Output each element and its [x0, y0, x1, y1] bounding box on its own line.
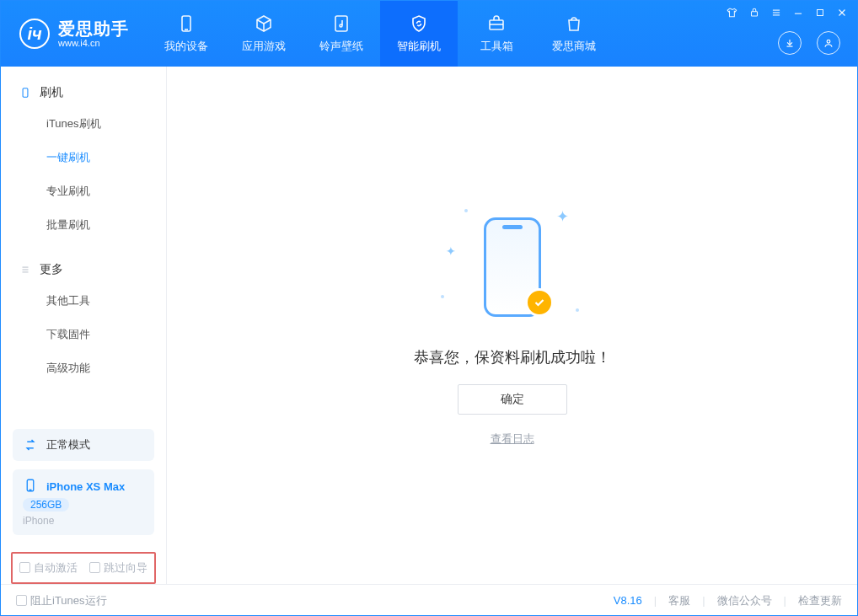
- skip-guide-label: 跳过向导: [104, 561, 147, 574]
- list-icon: [19, 264, 31, 276]
- check-update-link[interactable]: 检查更新: [798, 593, 842, 608]
- svg-rect-7: [752, 12, 758, 16]
- close-icon[interactable]: [835, 6, 849, 19]
- tab-label: 铃声壁纸: [319, 39, 363, 54]
- lock-icon[interactable]: [748, 6, 761, 19]
- version-label: V8.16: [614, 594, 642, 607]
- shield-refresh-icon: [409, 13, 429, 34]
- header: iч 爱思助手 www.i4.cn 我的设备 应用游戏 铃声壁纸 智能刷机 工具…: [1, 1, 857, 67]
- app-title: 爱思助手: [58, 19, 129, 38]
- sidebar: 刷机 iTunes刷机 一键刷机 专业刷机 批量刷机 更多 其他工具 下载固件 …: [1, 67, 167, 584]
- sidebar-item-other-tools[interactable]: 其他工具: [1, 284, 166, 318]
- logo-area: iч 爱思助手 www.i4.cn: [1, 19, 147, 49]
- svg-rect-18: [23, 88, 28, 98]
- section-title: 刷机: [40, 85, 63, 100]
- device-name: iPhone XS Max: [46, 480, 125, 493]
- tab-smart-flash[interactable]: 智能刷机: [380, 1, 458, 67]
- svg-rect-3: [335, 16, 347, 31]
- shirt-icon[interactable]: [726, 6, 739, 19]
- download-button[interactable]: [778, 31, 802, 55]
- logo-icon: iч: [19, 19, 50, 49]
- bag-icon: [564, 13, 584, 34]
- device-icon: [23, 478, 38, 493]
- support-link[interactable]: 客服: [668, 593, 690, 608]
- device-type: iPhone: [23, 515, 144, 527]
- footer: 阻止iTunes运行 V8.16 | 客服 | 微信公众号 | 检查更新: [1, 584, 857, 616]
- tab-store[interactable]: 爱思商城: [535, 1, 613, 67]
- wechat-link[interactable]: 微信公众号: [717, 593, 772, 608]
- phone-outline-icon: [19, 87, 31, 99]
- tab-my-device[interactable]: 我的设备: [147, 1, 225, 67]
- tab-label: 工具箱: [480, 39, 513, 54]
- auto-activate-checkbox[interactable]: 自动激活: [19, 560, 78, 576]
- menu-icon[interactable]: [770, 6, 783, 19]
- header-actions: [778, 31, 840, 55]
- maximize-icon[interactable]: [813, 6, 827, 19]
- block-itunes-label: 阻止iTunes运行: [30, 594, 107, 607]
- app-url: www.i4.cn: [58, 38, 129, 48]
- main-tabs: 我的设备 应用游戏 铃声壁纸 智能刷机 工具箱 爱思商城: [147, 1, 613, 67]
- sidebar-section-more: 更多: [1, 255, 166, 284]
- skip-guide-checkbox[interactable]: 跳过向导: [89, 560, 147, 576]
- storage-badge: 256GB: [23, 498, 69, 512]
- sidebar-item-onekey-flash[interactable]: 一键刷机: [1, 141, 166, 174]
- music-file-icon: [331, 13, 351, 34]
- tab-apps-games[interactable]: 应用游戏: [225, 1, 303, 67]
- window-controls: [726, 6, 849, 19]
- sidebar-item-download-firmware[interactable]: 下载固件: [1, 318, 166, 351]
- sidebar-item-advanced[interactable]: 高级功能: [1, 351, 166, 385]
- sidebar-item-pro-flash[interactable]: 专业刷机: [1, 174, 166, 208]
- tab-toolbox[interactable]: 工具箱: [458, 1, 535, 67]
- phone-icon: [176, 13, 196, 34]
- success-message: 恭喜您，保资料刷机成功啦！: [414, 347, 611, 367]
- minimize-icon[interactable]: [791, 6, 805, 19]
- svg-point-17: [827, 40, 830, 43]
- svg-point-4: [340, 24, 342, 27]
- mode-label: 正常模式: [46, 437, 90, 453]
- view-log-link[interactable]: 查看日志: [491, 431, 534, 447]
- tab-label: 我的设备: [164, 39, 208, 54]
- svg-rect-12: [818, 10, 823, 16]
- success-illustration: ✦ ✦: [441, 204, 584, 330]
- tab-ringtones[interactable]: 铃声壁纸: [303, 1, 380, 67]
- user-button[interactable]: [817, 31, 840, 55]
- options-row: 自动激活 跳过向导: [11, 552, 156, 584]
- ok-button[interactable]: 确定: [458, 384, 567, 415]
- mode-card[interactable]: 正常模式: [13, 429, 154, 461]
- auto-activate-label: 自动激活: [34, 561, 78, 574]
- sidebar-item-itunes-flash[interactable]: iTunes刷机: [1, 107, 166, 141]
- section-title: 更多: [40, 262, 63, 277]
- tab-label: 爱思商城: [552, 39, 596, 54]
- check-badge-icon: [525, 288, 554, 317]
- tab-label: 应用游戏: [242, 39, 286, 54]
- cube-icon: [254, 13, 274, 34]
- sidebar-item-batch-flash[interactable]: 批量刷机: [1, 208, 166, 242]
- main-content: ✦ ✦ 恭喜您，保资料刷机成功啦！ 确定 查看日志: [167, 67, 857, 584]
- sidebar-section-flash: 刷机: [1, 78, 166, 107]
- swap-icon: [23, 437, 38, 453]
- toolbox-icon: [486, 13, 507, 34]
- device-card[interactable]: iPhone XS Max 256GB iPhone: [13, 469, 154, 535]
- block-itunes-checkbox[interactable]: 阻止iTunes运行: [16, 593, 107, 608]
- tab-label: 智能刷机: [397, 39, 441, 54]
